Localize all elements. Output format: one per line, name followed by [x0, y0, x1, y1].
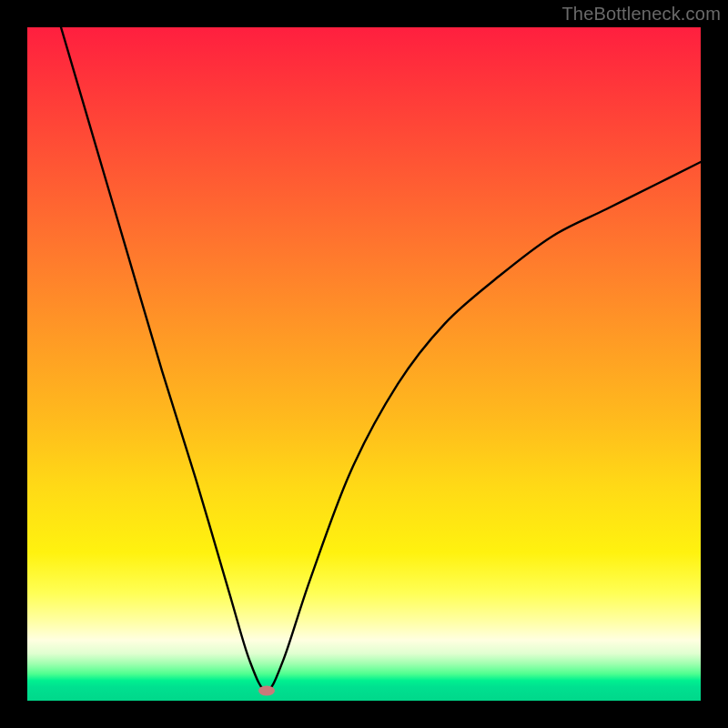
watermark-text: TheBottleneck.com — [561, 4, 721, 25]
plot-area — [27, 27, 701, 701]
bottleneck-curve — [27, 27, 701, 701]
optimum-marker — [258, 685, 275, 695]
